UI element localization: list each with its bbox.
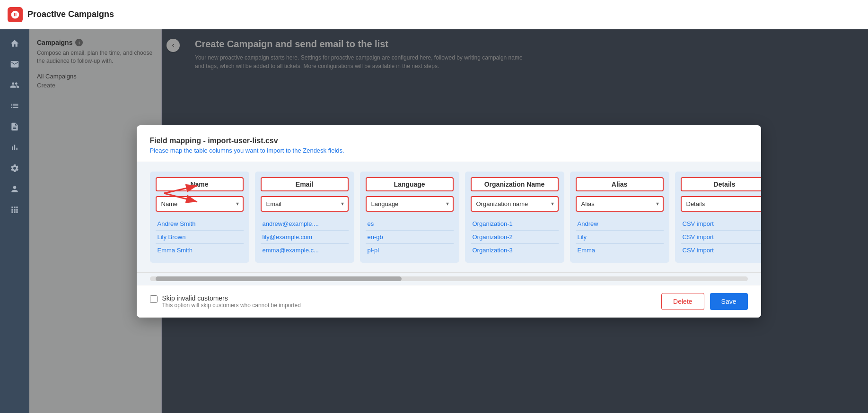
column-card-alias: Alias Name Email Language Organization n… [570, 172, 669, 263]
col-header-org-name: Organization Name [471, 177, 559, 191]
col-data-email-0: andrew@example.... [261, 217, 349, 231]
mapping-scroll: Name Name Email Language Organization na… [150, 172, 761, 263]
col-select-wrapper-alias[interactable]: Name Email Language Organization name Al… [576, 196, 664, 212]
content-area: Campaigns i Compose an email, plan the t… [29, 29, 868, 413]
col-select-alias[interactable]: Name Email Language Organization name Al… [577, 197, 663, 211]
logo-icon [10, 10, 20, 19]
save-button[interactable]: Save [710, 293, 748, 310]
skip-label: Skip invalid customers [162, 294, 301, 302]
col-select-wrapper-details[interactable]: Name Email Language Organization name Al… [681, 196, 761, 212]
app-logo [8, 7, 23, 22]
col-select-org-name[interactable]: Name Email Language Organization name Al… [472, 197, 558, 211]
column-card-email: Email Name Email Language Organization n… [255, 172, 354, 263]
col-data-details-0: CSV import [681, 217, 761, 231]
col-data-details-2: CSV import [681, 244, 761, 257]
col-data-name-2: Emma Smith [156, 244, 244, 257]
dialog-subtitle: Please map the table columns you want to… [150, 147, 748, 154]
sidebar-item-mail[interactable] [5, 55, 24, 74]
column-card-details: Details Name Email Language Organization… [675, 172, 761, 263]
scrollbar-thumb[interactable] [156, 276, 402, 281]
dialog-title: Field mapping - import-user-list.csv [150, 137, 748, 145]
col-header-name: Name [156, 177, 244, 191]
col-header-email: Email [261, 177, 349, 191]
sidebar-item-contacts[interactable] [5, 76, 24, 95]
field-mapping-dialog: Field mapping - import-user-list.csv Ple… [137, 125, 761, 318]
skip-area: Skip invalid customers This option will … [150, 294, 301, 309]
col-select-email[interactable]: Name Email Language Organization name Al… [262, 197, 348, 211]
dialog-overlay: Field mapping - import-user-list.csv Ple… [29, 29, 868, 413]
col-data-email-1: lily@example.com [261, 231, 349, 244]
delete-button[interactable]: Delete [661, 293, 704, 310]
col-data-name-1: Lily Brown [156, 231, 244, 244]
col-data-language-2: pl-pl [366, 244, 454, 257]
col-select-wrapper-language[interactable]: Name Email Language Organization name Al… [366, 196, 454, 212]
col-select-name[interactable]: Name Email Language Organization name Al… [157, 197, 243, 211]
sidebar-item-chart[interactable] [5, 138, 24, 157]
column-card-name: Name Name Email Language Organization na… [150, 172, 249, 263]
col-data-alias-2: Emma [576, 244, 664, 257]
sidebar-item-home[interactable] [5, 34, 24, 53]
footer-buttons: Delete Save [661, 293, 747, 310]
col-select-wrapper-name[interactable]: Name Email Language Organization name Al… [156, 196, 244, 212]
sidebar-item-settings[interactable] [5, 159, 24, 178]
column-card-language: Language Name Email Language Organizatio… [360, 172, 459, 263]
skip-checkbox[interactable] [150, 295, 158, 303]
sidebar-item-list[interactable] [5, 96, 24, 115]
col-select-wrapper-email[interactable]: Name Email Language Organization name Al… [261, 196, 349, 212]
col-data-org-2: Organization-3 [471, 244, 559, 257]
sidebar [0, 29, 29, 413]
scrollbar-area [137, 272, 761, 285]
col-header-details: Details [681, 177, 761, 191]
dialog-header: Field mapping - import-user-list.csv Ple… [137, 125, 761, 162]
topbar: Proactive Campaigns [0, 0, 868, 29]
skip-text-area: Skip invalid customers This option will … [162, 294, 301, 309]
column-card-org-name: Organization Name Name Email Language Or… [465, 172, 564, 263]
mapping-area: Name Name Email Language Organization na… [137, 162, 761, 272]
col-select-details[interactable]: Name Email Language Organization name Al… [682, 197, 761, 211]
col-select-language[interactable]: Name Email Language Organization name Al… [367, 197, 453, 211]
col-data-org-1: Organization-2 [471, 231, 559, 244]
sidebar-item-reports[interactable] [5, 117, 24, 136]
col-header-language: Language [366, 177, 454, 191]
col-data-details-1: CSV import [681, 231, 761, 244]
skip-desc: This option will skip customers who cann… [162, 302, 301, 309]
col-data-alias-1: Lily [576, 231, 664, 244]
col-data-org-0: Organization-1 [471, 217, 559, 231]
sidebar-item-grid[interactable] [5, 200, 24, 219]
col-data-name-0: Andrew Smith [156, 217, 244, 231]
col-data-alias-0: Andrew [576, 217, 664, 231]
col-data-email-2: emma@example.c... [261, 244, 349, 257]
col-header-alias: Alias [576, 177, 664, 191]
scrollbar-track[interactable] [150, 276, 748, 281]
main-layout: Campaigns i Compose an email, plan the t… [0, 29, 868, 413]
col-data-language-0: es [366, 217, 454, 231]
app-title: Proactive Campaigns [27, 9, 114, 19]
dialog-footer: Skip invalid customers This option will … [137, 285, 761, 318]
col-select-wrapper-org-name[interactable]: Name Email Language Organization name Al… [471, 196, 559, 212]
sidebar-item-users[interactable] [5, 180, 24, 198]
col-data-language-1: en-gb [366, 231, 454, 244]
